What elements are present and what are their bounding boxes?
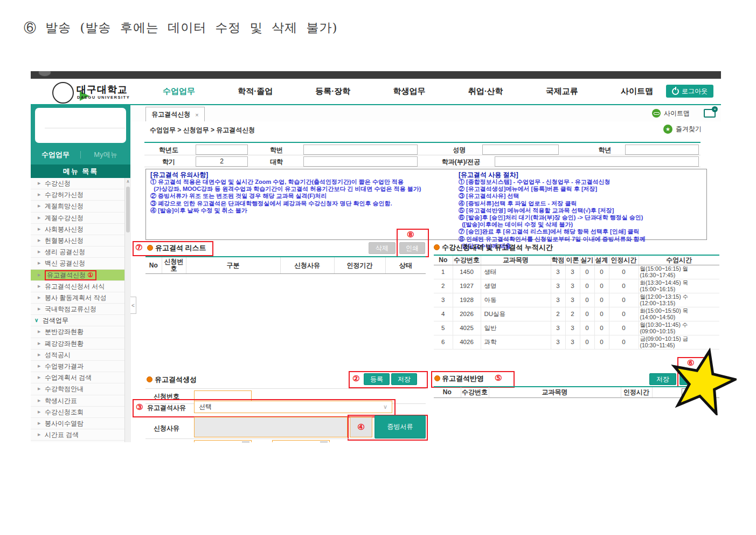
scroll-up-icon[interactable]: ∧ bbox=[125, 179, 131, 184]
sidebar-item-menstrual-absence[interactable]: 생리 공결신청 bbox=[31, 246, 130, 258]
sidebar-item-timetable-search[interactable]: 시간표 검색 bbox=[31, 429, 130, 441]
year-input[interactable] bbox=[196, 145, 248, 155]
reason-select[interactable]: 선택 ∨ bbox=[194, 401, 392, 413]
nav-item-course-work[interactable]: 수업업무 bbox=[163, 86, 195, 97]
calendar-icon[interactable] bbox=[320, 442, 328, 442]
annotation-3: ③ bbox=[136, 403, 143, 411]
sidebar-item-course-outline[interactable]: 교과목개요(교과) bbox=[31, 441, 130, 442]
app-window: 대구대학교 DAEGU UNIVERSITY 수업업무 학적·졸업 등록·장학 … bbox=[31, 71, 721, 442]
sidebar-item-course-permission[interactable]: 수강허가신청 bbox=[31, 189, 130, 201]
table-row[interactable]: 64026과학33000금(09:00~10:15) 금(10:30~11:45… bbox=[434, 335, 719, 349]
period-label: 인정기간 bbox=[154, 441, 179, 442]
attach-cell: ④ bbox=[350, 417, 372, 437]
print-button[interactable]: 인쇄 bbox=[399, 242, 425, 254]
userbox-divider bbox=[45, 128, 125, 128]
nav-item-records-graduation[interactable]: 학적·졸업 bbox=[238, 86, 273, 97]
student-id-input[interactable] bbox=[303, 145, 418, 155]
detail-reason-label: 신청사유 bbox=[154, 424, 179, 433]
save-create-button[interactable]: 저장 bbox=[391, 373, 417, 385]
sidebar-item-service-record[interactable]: 봉사이수열람 bbox=[31, 418, 130, 429]
sidebar-item-credit-guide[interactable]: 수강학점안내 bbox=[31, 383, 130, 395]
create-section-title: 유고결석생성 bbox=[155, 375, 197, 385]
tabstrip-right: 사이트맵 bbox=[652, 105, 716, 121]
table-row[interactable]: 21927생명33000화(13:30~14:45) 목(15:00~16:15… bbox=[434, 279, 719, 293]
sidebar-collapse-handle[interactable]: < bbox=[130, 297, 136, 314]
browser-chrome-bar bbox=[31, 71, 721, 79]
period-separator: ~ bbox=[260, 441, 263, 442]
sidebar-item-class-evaluation[interactable]: 수업평가결과 bbox=[31, 361, 130, 372]
enrollment-bullet-icon bbox=[434, 244, 440, 250]
notice-line: ③ [유고결석사유] 선택 bbox=[459, 193, 702, 200]
register-button[interactable]: 등록 bbox=[364, 373, 390, 385]
annotation-4: ④ bbox=[357, 422, 364, 431]
table-row[interactable]: 11450생태33000월(15:00~16:15) 월(16:30~17:45… bbox=[434, 265, 719, 279]
notice-line: ⑧ 인쇄된 유고결석확인서를 신청일로부터 7일 이내에 증빙서류와 함께 bbox=[459, 236, 702, 243]
nav-item-student-affairs[interactable]: 학생업무 bbox=[393, 86, 425, 97]
notice-line: ⑦ [승인]완료 후 [유고결석 리스트]에서 해당 항목 선택후 [인쇄] 클… bbox=[459, 228, 702, 235]
sidebar-item-service-plan[interactable]: 봉사 활동계획서 작성 bbox=[31, 292, 130, 304]
tab-excused-absence[interactable]: 유고결석신청 × bbox=[145, 107, 205, 122]
table-row[interactable]: 54025일반33000월(10:30~11:45) 수(09:00~10:15… bbox=[434, 321, 719, 335]
sidebar-item-domestic-credit[interactable]: 국내학점교류신청 bbox=[31, 304, 130, 315]
sidebar-item-cancelled-courses[interactable]: 폐강강좌현황 bbox=[31, 338, 130, 349]
favorite-button[interactable]: ★ 즐겨찾기 bbox=[663, 125, 702, 134]
name-input[interactable] bbox=[482, 145, 559, 155]
attach-file-button[interactable]: 증빙서류 bbox=[374, 415, 426, 438]
sidebar-item-syllabus-search[interactable]: 수업계획서 검색 bbox=[31, 372, 130, 383]
apply-bullet-icon bbox=[434, 375, 440, 381]
annotation-8: ⑧ bbox=[407, 230, 414, 238]
sidebar-item-social-service[interactable]: 사회봉사신청 bbox=[31, 224, 130, 235]
page-title: ⑥ 발송 (발송 후에는 데이터 수정 및 삭제 불가) bbox=[24, 19, 337, 36]
term-input[interactable]: 2 bbox=[196, 156, 248, 167]
tab-close-icon[interactable]: × bbox=[195, 112, 198, 118]
notice-line: ② [유고결석생성]메뉴에서 [등록]버튼 클릭 후 [저장] bbox=[459, 186, 702, 193]
dept-input[interactable] bbox=[495, 156, 699, 167]
sidebar-item-course-registration[interactable]: 수강신청 bbox=[31, 178, 130, 189]
sidebar-item-blood-donation[interactable]: 헌혈봉사신청 bbox=[31, 235, 130, 246]
nav-item-international[interactable]: 국제교류 bbox=[546, 86, 578, 97]
enrollment-table: No 수강번호 교과목명 학점 이론 실기 설계 인정시간 수업시간 11450… bbox=[434, 255, 719, 349]
annotation-5: ⑤ bbox=[495, 374, 502, 382]
sidebar-item-seasonal-hope[interactable]: 계절희망신청 bbox=[31, 201, 130, 212]
notice-procedure: [유고결석 사용 절차] ① [종합정보시스템] - 수업업무 - 신청업무 -… bbox=[459, 171, 702, 250]
sidebar-item-vaccine-absence[interactable]: 백신 공결신청 bbox=[31, 258, 130, 269]
nav-item-career[interactable]: 취업·산학 bbox=[468, 86, 503, 97]
col-course-no: 수강번호 bbox=[461, 387, 489, 398]
sitemap-link[interactable]: 사이트맵 bbox=[652, 109, 690, 118]
col-category: 구분 bbox=[186, 257, 280, 274]
calendar-icon[interactable] bbox=[242, 442, 249, 442]
table-row[interactable]: 31928아동33000월(12:00~13:15) 수(12:00~13:15… bbox=[434, 293, 719, 307]
sitemap-icon bbox=[652, 109, 661, 118]
college-label: 대학 bbox=[252, 157, 301, 167]
notice-line: ④ [증빙서류]선택 후 파일 업로드 - 저장 클릭 bbox=[459, 200, 702, 207]
sidebar-item-excused-absence[interactable]: 유고결석신청 ① bbox=[31, 270, 130, 281]
table-row[interactable]: 42026DU실용22000화(15:00~15:50) 목(14:00~14:… bbox=[434, 307, 719, 321]
college-input[interactable] bbox=[303, 156, 418, 167]
window-tabs-icon[interactable] bbox=[704, 109, 716, 118]
sidebar-section-search[interactable]: 검색업무 bbox=[31, 315, 130, 326]
breadcrumb: 수업업무 > 신청업무 > 유고결석신청 bbox=[150, 126, 255, 135]
sidebar-item-student-timetable[interactable]: 학생시간표 bbox=[31, 395, 130, 407]
delete-button[interactable]: 삭제 bbox=[369, 242, 396, 254]
detail-reason-textarea[interactable] bbox=[194, 417, 348, 437]
menu-list-header: 메뉴 목록 bbox=[31, 164, 130, 178]
sidebar-item-class-division[interactable]: 분반강좌현황 bbox=[31, 326, 130, 338]
nav-item-sitemap[interactable]: 사이트맵 bbox=[621, 86, 653, 97]
grade-input[interactable] bbox=[625, 145, 699, 155]
sidebar-tab-mymenu[interactable]: My메뉴 bbox=[81, 150, 130, 160]
chrome-dot bbox=[38, 71, 51, 77]
sidebar-item-grade-posting[interactable]: 성적공시 bbox=[31, 349, 130, 361]
sidebar-item-absence-form[interactable]: 유고결석신청서 서식 bbox=[31, 281, 130, 292]
col-no: No bbox=[434, 255, 453, 265]
nav-item-registration-scholarship[interactable]: 등록·장학 bbox=[315, 86, 350, 97]
sidebar-tab-course-work[interactable]: 수업업무 bbox=[31, 150, 80, 160]
scrollbar-thumb[interactable] bbox=[126, 187, 130, 232]
absence-list-table: No 신청번호 구분 신청사유 인정기간 상태 bbox=[145, 256, 426, 274]
student-id-label: 학번 bbox=[252, 146, 301, 155]
col-course-name: 교과목명 bbox=[489, 387, 621, 398]
sidebar-item-seasonal-registration[interactable]: 계절수강신청 bbox=[31, 212, 130, 224]
user-info-box bbox=[35, 108, 126, 143]
sidebar-item-registration-lookup[interactable]: 수강신청조회 bbox=[31, 407, 130, 418]
logout-button[interactable]: 로그아웃 bbox=[666, 85, 713, 98]
notice-line: ([발송]이후에는 데이터 수정 및 삭제 불가) bbox=[459, 221, 702, 228]
